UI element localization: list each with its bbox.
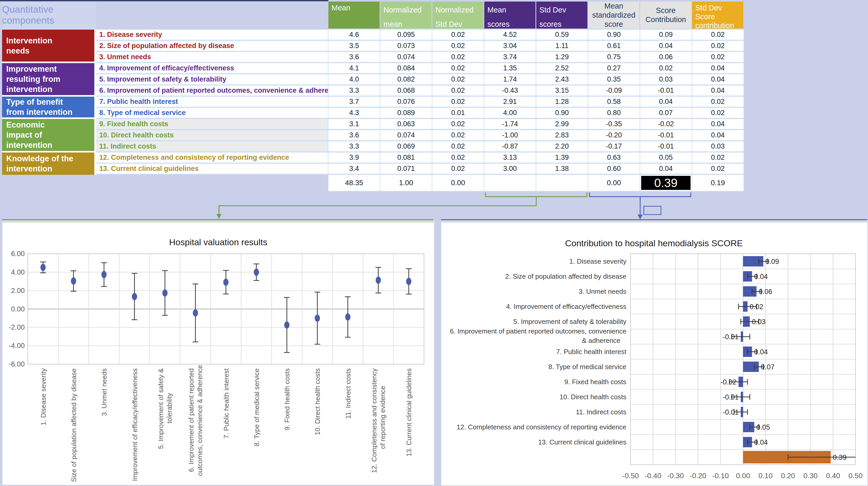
component-label-cell[interactable]: 9. Fixed health costs [96,119,329,130]
value-cell[interactable]: 0.02 [432,119,484,130]
value-cell[interactable]: 2.20 [536,141,588,153]
value-cell[interactable]: 3.3 [329,141,380,153]
category-improvement-from-intervention[interactable]: Improvementresulting fromintervention [2,63,96,97]
value-cell[interactable]: 0.02 [692,97,744,108]
value-cell[interactable]: -0.01 [640,141,692,153]
component-label-cell[interactable]: 4. Improvement of efficacy/effectiveness [96,63,329,74]
value-cell[interactable]: 0.04 [640,97,692,108]
value-cell[interactable]: -0.35 [588,119,640,130]
value-cell[interactable]: 4.3 [329,108,380,119]
component-label-cell[interactable]: 11. Indirect costs [96,141,329,153]
value-cell[interactable]: 0.02 [692,164,744,175]
column-header-normalized-mean[interactable]: Normalizedmean [380,2,432,30]
value-cell[interactable]: 3.00 [484,164,536,175]
value-cell[interactable]: -0.20 [588,130,640,141]
value-cell[interactable]: -0.02 [640,119,692,130]
value-cell[interactable]: 0.61 [588,41,640,52]
value-cell[interactable]: 0.076 [380,97,432,108]
component-label-cell[interactable]: 13. Current clinical guidelines [96,164,329,175]
value-cell[interactable]: 0.074 [380,130,432,141]
value-cell[interactable]: 0.071 [380,164,432,175]
category-economic-impact[interactable]: Economicimpact ofintervention [2,119,96,153]
value-cell[interactable]: -0.17 [588,141,640,153]
value-cell[interactable]: 0.02 [432,30,484,41]
value-cell[interactable]: 3.9 [329,153,380,164]
value-cell[interactable]: 0.02 [432,130,484,141]
value-cell[interactable]: 3.04 [484,41,536,52]
total-mean-standardized-score-cell[interactable]: 0.00 [588,175,640,192]
value-cell[interactable]: 1.38 [536,164,588,175]
value-cell[interactable]: 3.6 [329,130,380,141]
value-cell[interactable]: -1.74 [484,119,536,130]
total-normalized-std-dev-cell[interactable]: 0.00 [432,175,484,192]
value-cell[interactable]: 0.063 [380,119,432,130]
value-cell[interactable]: 0.04 [640,164,692,175]
value-cell[interactable]: 0.05 [640,153,692,164]
column-header-mean-scores[interactable]: Meanscores [484,2,536,30]
component-label-cell[interactable]: 6. Improvement of patient reported outco… [96,86,329,97]
value-cell[interactable]: -0.87 [484,141,536,153]
value-cell[interactable]: 0.084 [380,63,432,74]
value-cell[interactable]: 0.095 [380,30,432,41]
category-knowledge-of-intervention[interactable]: Knowledge of theintervention [2,153,96,175]
value-cell[interactable]: 0.02 [432,153,484,164]
value-cell[interactable]: 2.52 [536,63,588,74]
component-label-cell[interactable]: 10. Direct health costs [96,130,329,141]
component-label-cell[interactable]: 12. Completeness and consistency of repo… [96,153,329,164]
value-cell[interactable]: 0.02 [432,86,484,97]
value-cell[interactable]: 4.1 [329,63,380,74]
column-header-std-dev-scores[interactable]: Std Devscores [536,2,588,30]
value-cell[interactable]: 2.83 [536,130,588,141]
value-cell[interactable]: 0.04 [692,130,744,141]
score-contribution-chart-panel[interactable]: Contribution to hospital hemodialysis SC… [441,220,868,486]
value-cell[interactable]: 0.04 [692,74,744,86]
category-intervention-needs[interactable]: Interventionneeds [2,30,96,63]
component-label-cell[interactable]: 1. Disease severity [96,30,329,41]
value-cell[interactable]: 0.02 [692,52,744,63]
component-label-cell[interactable]: 2. Size of population affected by diseas… [96,41,329,52]
value-cell[interactable]: 0.02 [640,63,692,74]
value-cell[interactable]: 0.04 [692,86,744,97]
value-cell[interactable]: 4.00 [484,108,536,119]
value-cell[interactable]: -0.43 [484,86,536,97]
value-cell[interactable]: 3.7 [329,97,380,108]
value-cell[interactable]: 2.43 [536,74,588,86]
value-cell[interactable]: -0.01 [640,130,692,141]
value-cell[interactable]: 3.4 [329,164,380,175]
value-cell[interactable]: 0.63 [588,153,640,164]
component-label-cell[interactable]: 8. Type of medical service [96,108,329,119]
value-cell[interactable]: 3.3 [329,86,380,97]
value-cell[interactable]: 3.6 [329,52,380,63]
value-cell[interactable]: 3.74 [484,52,536,63]
value-cell[interactable]: 0.02 [432,52,484,63]
value-cell[interactable]: 0.03 [640,74,692,86]
value-cell[interactable]: 0.04 [640,41,692,52]
value-cell[interactable]: 0.58 [588,97,640,108]
value-cell[interactable]: 0.80 [588,108,640,119]
value-cell[interactable]: -0.01 [640,86,692,97]
value-cell[interactable]: 0.07 [640,108,692,119]
value-cell[interactable]: 0.082 [380,74,432,86]
value-cell[interactable]: 0.06 [640,52,692,63]
column-header-score-contribution[interactable]: ScoreContribution [640,2,692,30]
value-cell[interactable]: 0.27 [588,63,640,74]
value-cell[interactable]: 0.02 [432,141,484,153]
total-std-dev-scores-cell[interactable] [536,175,588,192]
value-cell[interactable]: 0.02 [432,63,484,74]
total-std-dev-score-contribution-cell[interactable]: 0.19 [692,175,744,192]
value-cell[interactable]: 2.99 [536,119,588,130]
category-type-of-benefit[interactable]: Type of benefitfrom intervention [2,97,96,119]
value-cell[interactable]: 0.59 [536,30,588,41]
value-cell[interactable]: 0.90 [588,30,640,41]
column-header-normalized-std-dev[interactable]: NormalizedStd Dev [432,2,484,30]
value-cell[interactable]: 1.39 [536,153,588,164]
column-header-mean[interactable]: Mean [329,2,380,30]
value-cell[interactable]: 0.069 [380,141,432,153]
value-cell[interactable]: 0.01 [432,108,484,119]
value-cell[interactable]: 4.0 [329,74,380,86]
value-cell[interactable]: 0.068 [380,86,432,97]
value-cell[interactable]: 0.35 [588,74,640,86]
value-cell[interactable]: 4.6 [329,30,380,41]
value-cell[interactable]: 0.75 [588,52,640,63]
component-label-cell[interactable]: 5. Improvement of safety & tolerability [96,74,329,86]
